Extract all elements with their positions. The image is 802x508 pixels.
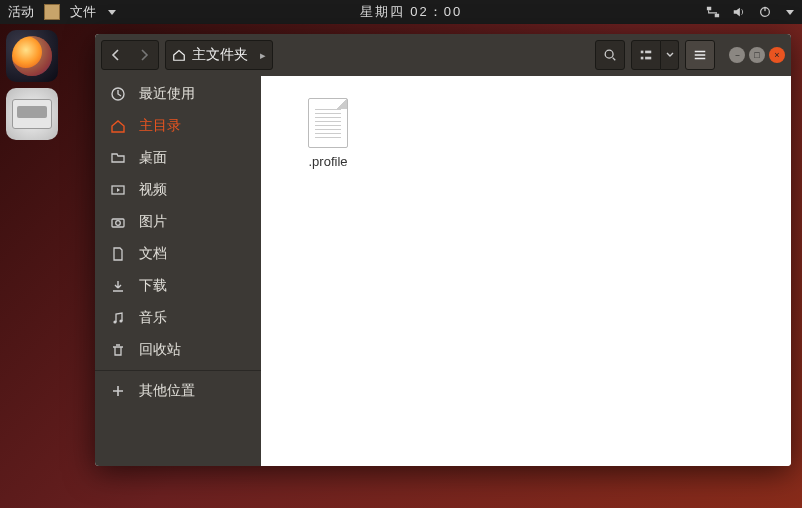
svg-point-14	[119, 319, 122, 322]
files-icon	[12, 99, 52, 129]
gnome-top-panel: 活动 文件 星期四 02：00	[0, 0, 802, 24]
window-close-button[interactable]: ×	[769, 47, 785, 63]
svg-point-12	[116, 221, 121, 226]
svg-rect-8	[645, 57, 651, 60]
power-icon[interactable]	[758, 5, 772, 19]
camera-icon	[109, 214, 127, 230]
files-window: 主文件夹 ▸ － □ ×	[95, 34, 791, 466]
svg-point-4	[605, 50, 613, 58]
music-icon	[109, 310, 127, 326]
video-icon	[109, 182, 127, 198]
dock-item-files[interactable]	[6, 88, 58, 140]
download-icon	[109, 278, 127, 294]
window-titlebar: 主文件夹 ▸ － □ ×	[95, 34, 791, 76]
svg-point-13	[113, 320, 116, 323]
firefox-icon	[12, 36, 52, 76]
clock-label[interactable]: 星期四 02：00	[116, 3, 706, 21]
view-options-chevron[interactable]	[661, 40, 679, 70]
svg-rect-7	[645, 51, 651, 54]
sidebar-label: 下载	[139, 277, 167, 295]
volume-icon[interactable]	[732, 5, 746, 19]
sidebar-label: 音乐	[139, 309, 167, 327]
path-bar[interactable]: 主文件夹 ▸	[165, 40, 273, 70]
sidebar-label: 桌面	[139, 149, 167, 167]
home-icon	[109, 118, 127, 134]
sidebar-item-videos[interactable]: 视频	[95, 174, 261, 206]
svg-rect-3	[764, 7, 765, 11]
system-menu-chevron-icon[interactable]	[786, 10, 794, 15]
content-pane[interactable]: .profile	[261, 76, 791, 466]
svg-rect-1	[715, 14, 719, 18]
file-name: .profile	[308, 154, 347, 169]
sidebar-label: 其他位置	[139, 382, 195, 400]
svg-rect-0	[707, 7, 711, 11]
forward-button[interactable]	[130, 41, 158, 69]
search-button[interactable]	[595, 40, 625, 70]
document-icon	[109, 246, 127, 262]
sidebar-label: 文档	[139, 245, 167, 263]
sidebar-item-documents[interactable]: 文档	[95, 238, 261, 270]
sidebar-item-home[interactable]: 主目录	[95, 110, 261, 142]
home-icon	[172, 48, 186, 62]
app-menu-icon[interactable]	[44, 4, 60, 20]
sidebar-label: 最近使用	[139, 85, 195, 103]
network-icon[interactable]	[706, 5, 720, 19]
activities-button[interactable]: 活动	[8, 3, 34, 21]
svg-rect-5	[641, 51, 644, 54]
hamburger-menu-button[interactable]	[685, 40, 715, 70]
svg-rect-6	[641, 57, 644, 60]
file-item[interactable]: .profile	[283, 98, 373, 169]
sidebar-item-other[interactable]: 其他位置	[95, 375, 261, 407]
sidebar-item-recent[interactable]: 最近使用	[95, 78, 261, 110]
sidebar-item-music[interactable]: 音乐	[95, 302, 261, 334]
trash-icon	[109, 342, 127, 358]
sidebar-label: 主目录	[139, 117, 181, 135]
back-button[interactable]	[102, 41, 130, 69]
sidebar-item-downloads[interactable]: 下载	[95, 270, 261, 302]
sidebar-label: 视频	[139, 181, 167, 199]
nav-buttons	[101, 40, 159, 70]
view-list-button[interactable]	[631, 40, 661, 70]
folder-icon	[109, 150, 127, 166]
chevron-down-icon	[108, 10, 116, 15]
sidebar-label: 图片	[139, 213, 167, 231]
sidebar-item-desktop[interactable]: 桌面	[95, 142, 261, 174]
sidebar-item-trash[interactable]: 回收站	[95, 334, 261, 366]
clock-icon	[109, 86, 127, 102]
text-file-icon	[308, 98, 348, 148]
breadcrumb-home[interactable]: 主文件夹	[192, 46, 248, 64]
window-maximize-button[interactable]: □	[749, 47, 765, 63]
sidebar-separator	[95, 370, 261, 371]
sidebar-label: 回收站	[139, 341, 181, 359]
app-menu-label[interactable]: 文件	[70, 3, 96, 21]
dock	[4, 30, 60, 140]
sidebar: 最近使用 主目录 桌面 视频 图片 文档	[95, 76, 261, 466]
window-minimize-button[interactable]: －	[729, 47, 745, 63]
path-chevron-icon[interactable]: ▸	[260, 49, 266, 62]
plus-icon	[109, 383, 127, 399]
sidebar-item-pictures[interactable]: 图片	[95, 206, 261, 238]
dock-item-firefox[interactable]	[6, 30, 58, 82]
